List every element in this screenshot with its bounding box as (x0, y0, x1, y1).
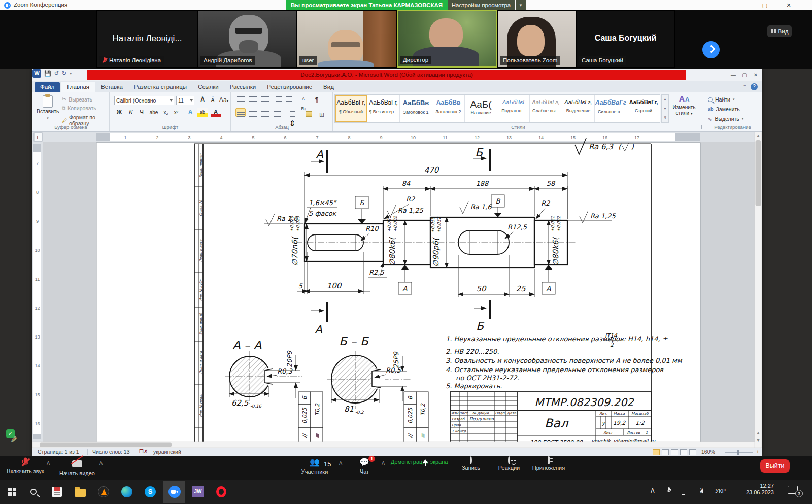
tray-network-icon[interactable] (680, 488, 687, 494)
font-dialog-launcher[interactable] (225, 125, 229, 129)
close-button[interactable]: ✕ (785, 1, 793, 9)
shading-icon[interactable] (303, 108, 314, 117)
select-button[interactable]: ⇖Выделить▾ (708, 116, 743, 122)
style-subtle-emphasis[interactable]: АаБбВвГг,Слабое вы... (530, 95, 562, 122)
tab-mailings[interactable]: Рассылки (224, 82, 262, 92)
superscript-icon[interactable]: х² (171, 108, 181, 117)
taskbar-save-app-icon[interactable] (50, 485, 64, 499)
tab-insert[interactable]: Вставка (95, 82, 128, 92)
help-icon[interactable]: ? (751, 83, 758, 90)
grow-font-icon[interactable]: А́ (197, 95, 208, 105)
apps-button[interactable]: Приложения (530, 457, 567, 471)
replace-button[interactable]: abЗаменить (708, 106, 740, 112)
style-heading1[interactable]: АаБбВвЗаголовок 1 (400, 95, 432, 122)
file-explorer-icon[interactable] (73, 485, 87, 499)
italic-icon[interactable]: К (125, 108, 136, 117)
antivirus-app-icon[interactable] (96, 485, 111, 499)
bullets-icon[interactable] (235, 95, 246, 105)
styles-dialog-launcher[interactable] (698, 125, 702, 129)
skype-icon[interactable]: S (143, 485, 157, 499)
borders-icon[interactable]: ⊞ (317, 108, 327, 117)
font-size-combo[interactable]: 11 (176, 96, 194, 105)
cut-button[interactable]: ✂Вырезать (62, 96, 92, 103)
undo-icon[interactable]: ↺ (54, 70, 59, 77)
highlight-color-icon[interactable]: ab (197, 108, 208, 117)
ruler-vertical[interactable]: 78910111213141516 (32, 142, 43, 443)
decrease-indent-icon[interactable] (274, 95, 284, 105)
text-effects-icon[interactable]: А (185, 108, 195, 117)
view-draft-icon[interactable] (689, 449, 696, 455)
tab-home[interactable]: Главная (61, 82, 95, 92)
align-left-icon[interactable] (235, 108, 246, 117)
view-fullscreen-icon[interactable] (662, 449, 669, 455)
subscript-icon[interactable]: х₂ (161, 108, 171, 117)
align-right-icon[interactable] (260, 108, 270, 117)
style-strong-emphasis[interactable]: АаБбВвГгСильное в... (595, 95, 627, 122)
align-center-icon[interactable] (248, 108, 258, 117)
view-layout-button[interactable]: Вид (767, 25, 792, 37)
view-outline-icon[interactable] (680, 449, 687, 455)
tray-clock[interactable]: 12:27 23.06.2023 (746, 483, 774, 496)
style-normal[interactable]: АаБбВвГг,¶ Обычный (335, 95, 367, 122)
spellcheck-icon[interactable]: ❒✗ (139, 449, 148, 454)
tray-language[interactable]: УКР (715, 488, 726, 494)
next-participants-button[interactable] (702, 41, 720, 58)
tab-file[interactable]: Файл (35, 82, 60, 92)
word-maximize-button[interactable]: ▢ (740, 71, 749, 79)
style-emphasis[interactable]: АаБбВвГг,Выделение (562, 95, 595, 122)
zoom-in-icon[interactable]: + (756, 449, 759, 455)
tab-page-layout[interactable]: Разметка страницы (128, 82, 192, 92)
collapse-ribbon-icon[interactable]: ⌃ (742, 84, 747, 89)
word-app-icon[interactable]: W (32, 69, 41, 78)
vertical-scrollbar[interactable]: ▲ ▲ ▼ (755, 132, 762, 448)
qat-dropdown-icon[interactable]: ▾ (70, 71, 72, 76)
view-settings-button[interactable]: Настройки просмотра (448, 0, 515, 10)
participants-button[interactable]: 👥 15 Участники (294, 457, 335, 475)
font-name-combo[interactable]: Calibri (Основно (114, 96, 174, 105)
ruler-horizontal[interactable]: L 1234567891011121314151617 (32, 132, 755, 142)
zoom-out-icon[interactable]: − (719, 449, 722, 455)
tab-review[interactable]: Рецензирование (261, 82, 318, 92)
word-count[interactable]: Число слов: 13 (92, 449, 130, 455)
underline-icon[interactable]: Ч (137, 108, 147, 117)
chat-caret[interactable]: ᐱ (382, 461, 385, 466)
start-video-button[interactable]: Начать видео (57, 457, 97, 476)
opera-browser-icon[interactable] (214, 485, 228, 499)
pilcrow-icon[interactable]: ¶ (312, 95, 322, 105)
audio-options-caret[interactable]: ᐱ (47, 461, 50, 466)
zoom-app-taskbar-icon[interactable] (167, 485, 182, 499)
change-case-icon[interactable]: Аа▾ (219, 95, 229, 105)
paragraph-dialog-launcher[interactable] (327, 125, 331, 129)
multilevel-list-icon[interactable] (260, 95, 270, 105)
strikethrough-icon[interactable]: abe (149, 108, 159, 117)
tray-mic-icon[interactable] (667, 487, 671, 495)
tab-references[interactable]: Ссылки (192, 82, 224, 92)
increase-indent-icon[interactable] (284, 95, 294, 105)
participant-tile-sasha[interactable]: Саша Богуцкий Саша Богуцкий (576, 10, 675, 68)
maximize-button[interactable]: ▢ (761, 1, 769, 9)
save-icon[interactable]: 💾 (44, 70, 51, 77)
participant-tile-director[interactable]: Директор (397, 10, 497, 68)
bold-icon[interactable]: Ж (114, 108, 124, 117)
horizontal-scrollbar[interactable] (32, 442, 755, 448)
tray-volume-icon[interactable] (700, 489, 703, 495)
participant-tile-natalia[interactable]: Наталія Леоніді... Наталія Леонідівна (96, 10, 198, 68)
participant-tile-zoom-user[interactable]: Пользователь Zoom (497, 10, 576, 68)
view-print-layout-icon[interactable] (653, 449, 660, 455)
video-options-caret[interactable]: ᐱ (99, 461, 103, 466)
share-screen-button[interactable]: Демонстрация экрана (391, 457, 448, 465)
unmute-button[interactable]: Включить звук (6, 457, 45, 474)
participant-tile-andrii[interactable]: Андрій Дарибогов (198, 10, 297, 68)
leave-button[interactable]: Выйти (760, 459, 790, 473)
taskbar-search-icon[interactable] (26, 485, 41, 499)
edge-browser-icon[interactable] (120, 485, 134, 499)
language-indicator[interactable]: украинский (153, 449, 181, 455)
word-minimize-button[interactable]: — (729, 71, 738, 79)
view-web-icon[interactable] (671, 449, 678, 455)
sort-icon[interactable]: АЯ↓ (298, 94, 309, 104)
clipboard-dialog-launcher[interactable] (104, 125, 108, 129)
page-indicator[interactable]: Страница: 1 из 1 (38, 449, 79, 455)
participant-tile-user[interactable]: user (297, 10, 397, 68)
view-settings-caret[interactable]: ▾ (516, 0, 526, 10)
copy-button[interactable]: ⧉Копировать (62, 105, 96, 111)
